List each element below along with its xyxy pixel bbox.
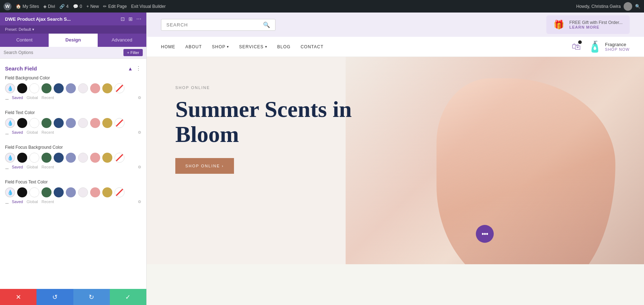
- recent-tab-4[interactable]: Recent: [42, 200, 54, 207]
- swatch-blue-3[interactable]: [66, 153, 76, 163]
- swatch-darkblue-2[interactable]: [54, 118, 64, 128]
- dots-icon-4[interactable]: ···: [5, 200, 8, 207]
- swatch-pink-1[interactable]: [90, 83, 100, 93]
- panel-more-icon[interactable]: ⋯: [136, 16, 141, 22]
- tab-design[interactable]: Design: [49, 34, 97, 47]
- links-count-item[interactable]: 🔗 4: [59, 4, 69, 9]
- section-options-icon[interactable]: ⋮: [136, 65, 141, 72]
- swatch-pink-4[interactable]: [90, 187, 100, 197]
- global-tab-3[interactable]: Global: [26, 165, 38, 172]
- dots-icon-3[interactable]: ···: [5, 165, 8, 172]
- nav-services[interactable]: SERVICES ▾: [239, 44, 267, 49]
- swatch-green-3[interactable]: [42, 153, 52, 163]
- swatch-none-3[interactable]: [114, 153, 125, 163]
- swatch-white-2[interactable]: [29, 118, 39, 128]
- swatch-blue-1[interactable]: [66, 83, 76, 93]
- eyedropper-btn-4[interactable]: 💧: [5, 187, 15, 197]
- recent-tab-1[interactable]: Recent: [42, 95, 54, 103]
- swatch-gold-2[interactable]: [102, 118, 112, 128]
- swatch-darkblue-1[interactable]: [54, 83, 64, 93]
- swatch-darkblue-4[interactable]: [54, 187, 64, 197]
- dots-icon-2[interactable]: ···: [5, 130, 8, 138]
- nav-home[interactable]: HOME: [161, 44, 175, 49]
- redo-button[interactable]: ↻: [73, 289, 110, 305]
- swatch-white-3[interactable]: [29, 153, 39, 163]
- tab-advanced[interactable]: Advanced: [98, 34, 146, 47]
- user-avatar[interactable]: [624, 2, 632, 11]
- fab-button[interactable]: •••: [476, 225, 494, 243]
- search-options-input[interactable]: [4, 50, 123, 55]
- color-gear-4[interactable]: ⚙: [138, 200, 141, 207]
- wordpress-icon[interactable]: W: [4, 3, 11, 10]
- admin-bar: W 🏠 My Sites ◈ Divi 🔗 4 💬 0 + New ✏ Edit…: [0, 0, 644, 13]
- edit-page-item[interactable]: ✏ Edit Page: [103, 4, 127, 9]
- cancel-button[interactable]: ✕: [0, 289, 36, 305]
- swatch-black-4[interactable]: [17, 187, 27, 197]
- tab-content[interactable]: Content: [0, 34, 49, 47]
- panel-grid-icon[interactable]: ⊞: [128, 16, 133, 22]
- nav-contact[interactable]: CONTACT: [301, 44, 323, 49]
- swatch-green-2[interactable]: [42, 118, 52, 128]
- swatch-pink-2[interactable]: [90, 118, 100, 128]
- filter-button[interactable]: + Filter: [123, 49, 143, 56]
- recent-tab-3[interactable]: Recent: [42, 165, 54, 172]
- recent-tab-2[interactable]: Recent: [42, 130, 54, 138]
- swatch-lightpurple-4[interactable]: [78, 187, 88, 197]
- saved-tab-2[interactable]: Saved: [12, 130, 23, 138]
- admin-search-icon[interactable]: 🔍: [635, 4, 640, 9]
- saved-tab-1[interactable]: Saved: [12, 95, 23, 103]
- eyedropper-btn-2[interactable]: 💧: [5, 118, 15, 128]
- dots-icon-1[interactable]: ···: [5, 95, 8, 103]
- color-gear-3[interactable]: ⚙: [138, 165, 141, 172]
- swatch-lightpurple-2[interactable]: [78, 118, 88, 128]
- swatch-lightpurple-3[interactable]: [78, 153, 88, 163]
- swatch-blue-2[interactable]: [66, 118, 76, 128]
- swatch-none-1[interactable]: [114, 83, 125, 93]
- swatch-white-1[interactable]: [29, 83, 39, 93]
- global-tab-4[interactable]: Global: [26, 200, 38, 207]
- comments-count-item[interactable]: 💬 0: [73, 4, 82, 9]
- swatch-gold-1[interactable]: [102, 83, 112, 93]
- promo-content: FREE Gift with First Order... LEARN MORE: [569, 20, 623, 29]
- saved-tab-3[interactable]: Saved: [12, 165, 23, 172]
- swatch-none-4[interactable]: [114, 187, 125, 197]
- my-sites-item[interactable]: 🏠 My Sites: [16, 4, 39, 9]
- panel-expand-icon[interactable]: ⊡: [121, 16, 125, 22]
- preset-bar[interactable]: Preset: Default ▾: [0, 25, 146, 34]
- swatch-lightpurple-1[interactable]: [78, 83, 88, 93]
- eyedropper-btn-3[interactable]: 💧: [5, 153, 15, 163]
- nav-blog[interactable]: BLOG: [277, 44, 291, 49]
- swatch-green-1[interactable]: [42, 83, 52, 93]
- exit-visual-builder-item[interactable]: Exit Visual Builder: [131, 4, 166, 9]
- undo-button[interactable]: ↺: [36, 289, 73, 305]
- section-collapse-icon[interactable]: ▲: [128, 66, 133, 72]
- swatch-darkblue-3[interactable]: [54, 153, 64, 163]
- global-tab-2[interactable]: Global: [26, 130, 38, 138]
- swatch-green-4[interactable]: [42, 187, 52, 197]
- eyedropper-btn-1[interactable]: 💧: [5, 83, 15, 93]
- divi-item[interactable]: ◈ Divi: [43, 4, 55, 9]
- saved-tab-4[interactable]: Saved: [12, 200, 23, 207]
- nav-shop[interactable]: SHOP ▾: [212, 44, 229, 49]
- site-search-bar[interactable]: 🔍: [161, 19, 275, 31]
- fragrance-subtitle[interactable]: SHOP NOW: [605, 47, 630, 51]
- swatch-black-1[interactable]: [17, 83, 27, 93]
- promo-link[interactable]: LEARN MORE: [569, 25, 623, 29]
- swatch-white-4[interactable]: [29, 187, 39, 197]
- cart-icon-wrap[interactable]: 🛍: [572, 41, 581, 52]
- global-tab-1[interactable]: Global: [26, 95, 38, 103]
- swatch-black-3[interactable]: [17, 153, 27, 163]
- color-gear-2[interactable]: ⚙: [138, 130, 141, 138]
- nav-about[interactable]: ABOUT: [185, 44, 202, 49]
- swatch-black-2[interactable]: [17, 118, 27, 128]
- swatch-gold-3[interactable]: [102, 153, 112, 163]
- confirm-button[interactable]: ✓: [110, 289, 146, 305]
- swatch-none-2[interactable]: [114, 118, 125, 128]
- swatch-gold-4[interactable]: [102, 187, 112, 197]
- site-search-input[interactable]: [166, 22, 263, 28]
- new-item[interactable]: + New: [86, 4, 99, 9]
- hero-shop-button[interactable]: SHOP ONLINE ›: [175, 158, 234, 174]
- swatch-blue-4[interactable]: [66, 187, 76, 197]
- color-gear-1[interactable]: ⚙: [138, 95, 141, 103]
- swatch-pink-3[interactable]: [90, 153, 100, 163]
